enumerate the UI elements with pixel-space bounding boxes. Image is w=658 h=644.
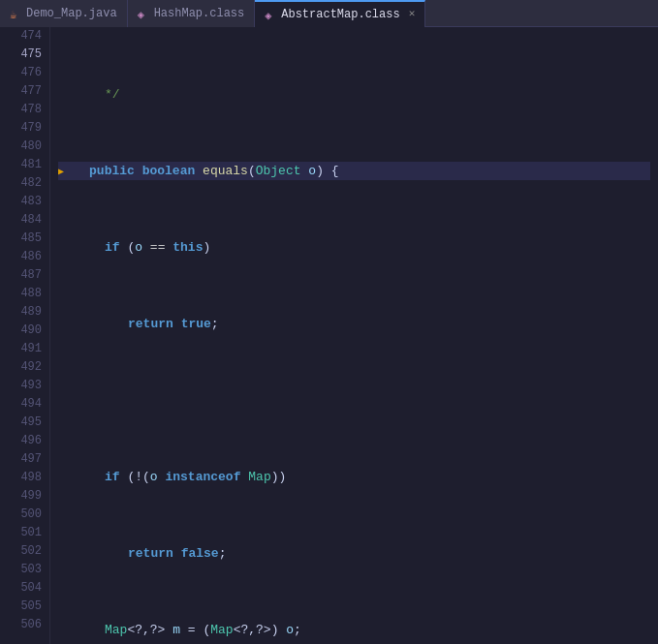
code-line-481: Map<?,?> m = (Map<?,?>) o;	[58, 621, 650, 639]
line-num-486: 486	[4, 248, 42, 266]
line-num-484: 484	[4, 211, 42, 230]
tab-label-hashmap: HashMap.class	[154, 7, 245, 20]
code-line-480: return false;	[58, 544, 650, 563]
line-num-494: 494	[4, 395, 42, 414]
code-line-478	[58, 391, 650, 410]
code-line-477: return true;	[58, 315, 650, 333]
line-num-481: 481	[4, 156, 42, 174]
line-num-493: 493	[4, 377, 42, 395]
line-num-505: 505	[4, 598, 42, 616]
line-num-503: 503	[4, 561, 42, 579]
line-num-480: 480	[4, 138, 42, 156]
line-num-492: 492	[4, 358, 42, 377]
line-num-483: 483	[4, 193, 42, 211]
tab-bar: ☕ Demo_Map.java ◈ HashMap.class ◈ Abstra…	[0, 0, 658, 27]
code-line-474: */	[58, 85, 650, 104]
line-num-482: 482	[4, 174, 42, 193]
tab-label-abstractmap: AbstractMap.class	[281, 8, 399, 21]
line-num-499: 499	[4, 487, 42, 506]
class-icon-hashmap: ◈	[138, 8, 149, 19]
tab-close-icon[interactable]: ✕	[409, 9, 416, 19]
java-icon: ☕	[10, 8, 21, 19]
tab-label-demo: Demo_Map.java	[26, 7, 117, 20]
line-num-477: 477	[4, 82, 42, 101]
line-num-504: 504	[4, 579, 42, 598]
line-num-496: 496	[4, 432, 42, 450]
code-line-476: if (o == this)	[58, 238, 650, 257]
line-num-495: 495	[4, 414, 42, 432]
class-icon-abstractmap: ◈	[265, 9, 276, 20]
line-num-474: 474	[4, 27, 42, 46]
line-num-506: 506	[4, 616, 42, 634]
line-num-501: 501	[4, 524, 42, 542]
line-num-487: 487	[4, 266, 42, 285]
code-line-475: ▶public boolean equals(Object o) {	[58, 162, 650, 180]
tab-abstractmap[interactable]: ◈ AbstractMap.class ✕	[255, 0, 425, 27]
tab-hashmap[interactable]: ◈ HashMap.class	[128, 0, 256, 27]
code-lines: */ ▶public boolean equals(Object o) { if…	[50, 27, 658, 644]
line-num-502: 502	[4, 542, 42, 561]
line-num-475: 475	[4, 46, 42, 64]
line-num-489: 489	[4, 303, 42, 322]
line-num-478: 478	[4, 101, 42, 119]
line-numbers: 474 475 476 477 478 479 480 481 482 483 …	[0, 27, 50, 644]
line-num-491: 491	[4, 340, 42, 358]
line-num-488: 488	[4, 285, 42, 303]
line-num-498: 498	[4, 469, 42, 487]
line-num-479: 479	[4, 119, 42, 138]
line-num-485: 485	[4, 230, 42, 248]
code-editor: 474 475 476 477 478 479 480 481 482 483 …	[0, 27, 658, 644]
code-line-479: if (!(o instanceof Map))	[58, 468, 650, 486]
line-num-500: 500	[4, 506, 42, 524]
line-num-476: 476	[4, 64, 42, 82]
line-num-497: 497	[4, 450, 42, 469]
tab-demo-map[interactable]: ☕ Demo_Map.java	[0, 0, 128, 27]
line-num-490: 490	[4, 322, 42, 340]
